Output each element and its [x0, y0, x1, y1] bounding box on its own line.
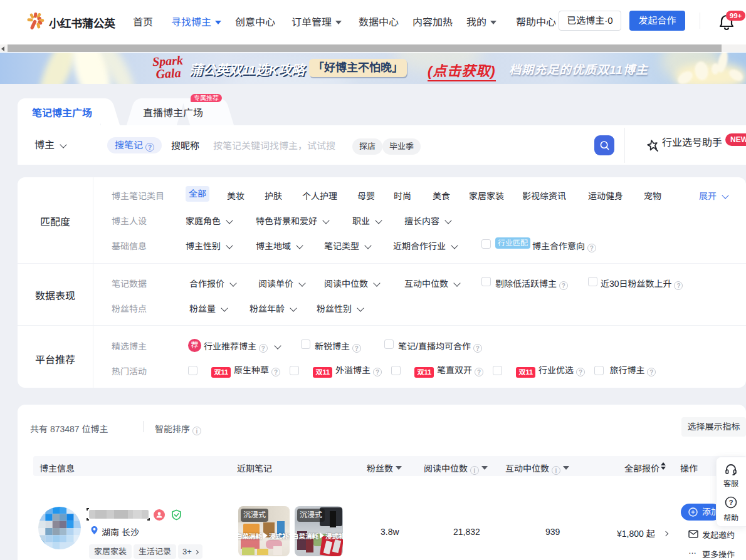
svg-text:?: ? — [729, 499, 733, 506]
